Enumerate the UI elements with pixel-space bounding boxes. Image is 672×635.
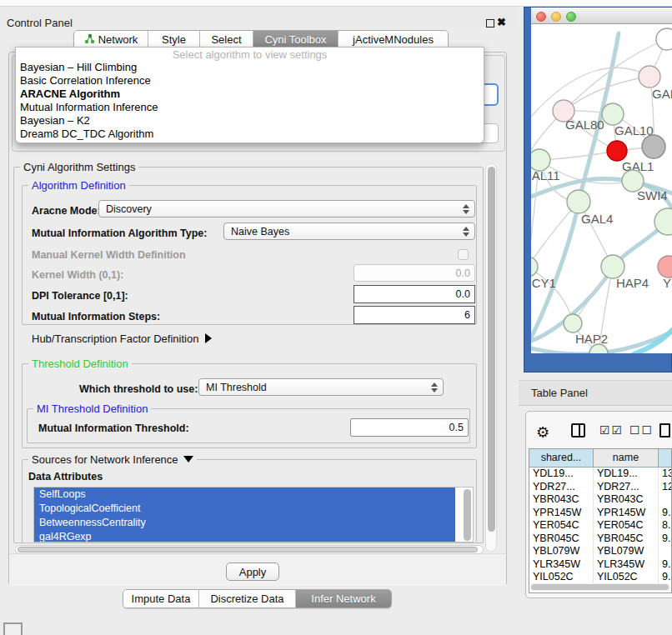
close-window-icon[interactable] (536, 12, 546, 22)
table-cell[interactable]: YBR043C (594, 493, 659, 507)
attribute-item-selfloops[interactable]: SelfLoops (34, 488, 455, 502)
float-panel-icon[interactable] (486, 19, 494, 28)
network-node-hap4[interactable] (601, 255, 624, 278)
table-row[interactable]: YDR27...YDR27...12 (529, 481, 671, 494)
network-edge[interactable] (539, 151, 617, 160)
network-node-gal[interactable] (639, 66, 660, 88)
table-cell[interactable]: 8. (659, 519, 672, 532)
split-columns-icon[interactable] (571, 423, 585, 438)
table-row[interactable]: YBR045CYBR045C9. (529, 532, 671, 546)
settings-vertical-scrollbar[interactable] (485, 163, 497, 552)
table-cell[interactable]: YDL19... (529, 468, 594, 481)
table-cell[interactable] (659, 493, 672, 507)
table-horizontal-scrollbar[interactable] (530, 583, 670, 591)
table-cell[interactable]: YLR345W (594, 558, 659, 572)
vertical-scrollbar-thumb[interactable] (488, 167, 495, 532)
hub-definition-expander[interactable]: Hub/Transcription Factor Definition (32, 332, 212, 345)
minimized-panel-icon[interactable] (3, 622, 23, 635)
table-cell[interactable]: YIL052C (594, 571, 659, 584)
table-row[interactable]: YER054CYER054C8. (529, 519, 671, 532)
table-cell[interactable]: YDR27... (529, 481, 594, 494)
which-threshold-select[interactable]: MI Threshold (198, 378, 444, 396)
column-header-shared[interactable]: shared... (529, 449, 594, 467)
deselect-columns-icon[interactable]: ☐☐ (629, 423, 654, 437)
network-edge[interactable] (531, 68, 649, 117)
tab-jactivemnodules[interactable]: jActiveMNodules (338, 31, 448, 48)
tab-cyni-toolbox[interactable]: Cyni Toolbox (253, 31, 338, 48)
table-row[interactable]: YDL19...YDL19...13 (529, 468, 671, 481)
dpi-tolerance-field[interactable] (354, 285, 475, 303)
algorithm-option-bayesian-hill-climbing[interactable]: Bayesian – Hill Climbing (16, 61, 484, 74)
table-cell[interactable]: YIL052C (529, 571, 594, 584)
list-scrollbar-thumb[interactable] (464, 489, 471, 541)
table-cell[interactable]: YER054C (594, 519, 659, 532)
table-cell[interactable]: YBR043C (529, 493, 594, 507)
table-cell[interactable]: YBL079W (529, 545, 594, 558)
table-row[interactable]: YLR345WYLR345W9. (529, 558, 671, 572)
table-row[interactable]: YBR043CYBR043C (529, 493, 671, 507)
table-cell[interactable]: 9. (659, 532, 672, 546)
tab-network[interactable]: Network (74, 31, 148, 48)
apply-button[interactable]: Apply (226, 562, 279, 581)
mi-type-select[interactable]: Naive Bayes (223, 222, 475, 240)
network-node-gal1[interactable] (607, 141, 627, 161)
gear-icon[interactable]: ⚙ (536, 423, 549, 442)
network-edge[interactable] (531, 33, 619, 338)
tab-infer-network[interactable]: Infer Network (295, 590, 391, 608)
mi-steps-field[interactable] (354, 306, 475, 324)
algorithm-option-mutual-information-inference[interactable]: Mutual Information Inference (16, 101, 484, 114)
network-node-hap2[interactable] (564, 314, 582, 332)
attribute-item-betweennesscentrality[interactable]: BetweennessCentrality (34, 516, 455, 530)
algorithm-option-bayesian-k2[interactable]: Bayesian – K2 (16, 114, 484, 128)
network-node-gal10[interactable] (602, 103, 624, 125)
network-node-gcy1[interactable] (531, 257, 538, 277)
tab-discretize-data[interactable]: Discretize Data (198, 590, 295, 608)
table-cell[interactable]: 9. (659, 507, 672, 520)
table-cell[interactable]: YPR145W (594, 507, 659, 520)
algorithm-option-dream8-dc-tdc-algorithm[interactable]: Dream8 DC_TDC Algorithm (16, 128, 484, 141)
minimize-window-icon[interactable] (551, 12, 561, 22)
table-cell[interactable]: 12 (659, 481, 672, 494)
tab-style[interactable]: Style (148, 31, 199, 48)
column-header-col2[interactable] (659, 449, 672, 467)
column-header-name[interactable]: name (594, 449, 659, 467)
table-cell[interactable]: YER054C (529, 519, 594, 532)
table-scrollbar-thumb[interactable] (531, 584, 669, 590)
table-cell[interactable]: 9. (659, 571, 672, 584)
network-node[interactable] (656, 28, 672, 50)
table-row[interactable]: YPR145WYPR145W9. (529, 507, 671, 520)
aracne-mode-select[interactable]: Discovery (98, 200, 475, 218)
mi-threshold-field[interactable] (350, 418, 469, 437)
settings-horizontal-scrollbar[interactable] (15, 545, 484, 554)
select-all-columns-icon[interactable]: ☑☑ (599, 423, 624, 437)
sources-group-title[interactable]: Sources for Network Inference (28, 453, 197, 466)
table-cell[interactable]: YLR345W (529, 558, 594, 572)
table-cell[interactable] (659, 545, 672, 558)
algorithm-option-aracne-algorithm[interactable]: ARACNE Algorithm (16, 88, 484, 101)
tab-select[interactable]: Select (199, 31, 253, 48)
network-window-titlebar[interactable] (531, 8, 672, 24)
table-row[interactable]: YBL079WYBL079W (529, 545, 671, 558)
network-canvas[interactable]: GALGAL80GAL10GAL1GAL11SWI4GAL4GCY1HAP4YH… (531, 24, 672, 353)
mi-type-label: Mutual Information Algorithm Type: (32, 228, 207, 239)
zoom-window-icon[interactable] (566, 12, 576, 22)
horizontal-scrollbar-thumb[interactable] (18, 547, 478, 552)
table-row[interactable]: YIL052CYIL052C9. (529, 571, 671, 584)
network-node-y[interactable] (658, 256, 672, 278)
close-panel-icon[interactable]: ✖ (497, 16, 506, 28)
table-cell[interactable]: YPR145W (529, 507, 594, 520)
table-cell[interactable]: 9. (659, 558, 672, 572)
table-cell[interactable]: YBL079W (594, 545, 659, 558)
tab-impute-data[interactable]: Impute Data (123, 590, 198, 608)
attribute-item-gal4rgexp[interactable]: gal4RGexp (34, 530, 455, 542)
table-cell[interactable]: 13 (659, 468, 672, 481)
attribute-item-topologicalcoefficient[interactable]: TopologicalCoefficient (34, 502, 455, 516)
network-node[interactable] (642, 135, 665, 158)
table-cell[interactable]: YDR27... (594, 481, 659, 494)
new-document-icon[interactable] (659, 423, 670, 438)
network-node-gal4[interactable] (567, 190, 590, 213)
table-cell[interactable]: YBR045C (529, 532, 594, 546)
algorithm-option-basic-correlation-inference[interactable]: Basic Correlation Inference (16, 74, 484, 88)
table-cell[interactable]: YBR045C (594, 532, 659, 546)
table-cell[interactable]: YDL19... (594, 468, 659, 481)
